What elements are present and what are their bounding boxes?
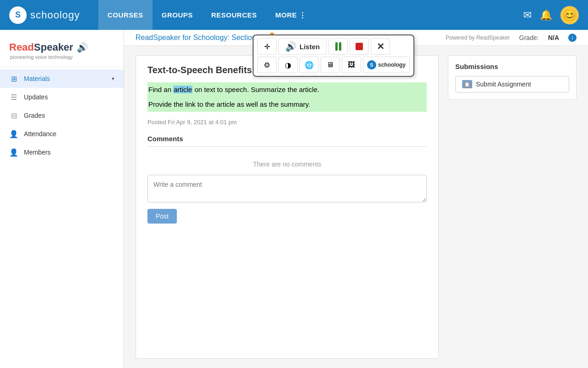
submit-assignment-button[interactable]: 📋 Submit Assignment <box>455 76 569 92</box>
contrast-icon[interactable]: ◑ <box>278 57 298 73</box>
notifications-icon[interactable]: 🔔 <box>540 9 552 21</box>
assignment-sidebar: Submissions 📋 Submit Assignment <box>448 55 577 359</box>
grade-info-icon[interactable]: i <box>568 34 577 42</box>
grade-label: Grade: <box>519 34 539 41</box>
materials-icon: ⊞ <box>9 74 18 83</box>
no-comments-text: There are no comments <box>147 154 427 175</box>
main-content: ReadSpeaker for Schoology: Section 1 › G… <box>124 30 588 368</box>
content-wrapper: ReadSpeaker 🔊 pioneering voice technolog… <box>0 30 588 368</box>
sidebar-nav: ⊞ Materials ▾ ☰ Updates ⊟ Grades 👤 Atten… <box>0 69 124 161</box>
assignment-body: Find an article on text to speech. Summa… <box>147 82 427 112</box>
comments-section: Comments There are no comments Post <box>147 135 427 224</box>
sidebar-item-members[interactable]: 👤 Members <box>0 143 124 161</box>
sidebar: ReadSpeaker 🔊 pioneering voice technolog… <box>0 30 124 368</box>
settings-icon[interactable]: ⚙ <box>257 57 277 73</box>
readspeaker-toolbar: ✛ 🔊 Listen ✕ ⚙ ◑ 🌐 🖥 🖼 <box>253 34 414 77</box>
rs-tagline: pioneering voice technology <box>10 54 114 60</box>
stop-icon <box>356 43 363 50</box>
nav-item-courses[interactable]: COURSES <box>98 0 153 30</box>
breadcrumb-link[interactable]: ReadSpeaker for Schoology: Section 1 <box>136 34 262 42</box>
nav-icons: ✉ 🔔 😊 <box>523 6 579 24</box>
nav-item-resources[interactable]: RESOURCES <box>202 0 266 30</box>
image-icon[interactable]: 🖼 <box>342 57 361 73</box>
nav-item-more[interactable]: MORE ⋮ <box>266 0 315 30</box>
nav-links: COURSES GROUPS RESOURCES MORE ⋮ <box>98 0 523 30</box>
updates-icon: ☰ <box>9 92 18 102</box>
close-button[interactable]: ✕ <box>371 38 390 55</box>
top-navigation: S schoology COURSES GROUPS RESOURCES MOR… <box>0 0 588 30</box>
translate-icon[interactable]: 🌐 <box>300 57 319 73</box>
pause-icon <box>335 42 341 51</box>
logo-icon: S <box>9 6 27 24</box>
post-button[interactable]: Post <box>147 209 177 224</box>
grades-icon: ⊟ <box>9 111 18 120</box>
schoology-brand-icon[interactable]: S schoology <box>363 57 410 73</box>
stop-button[interactable] <box>350 38 369 55</box>
rs-audio-icon: 🔊 <box>77 42 88 53</box>
toolbar-row-2: ⚙ ◑ 🌐 🖥 🖼 S schoology <box>257 57 410 73</box>
toolbar-row-1: ✛ 🔊 Listen ✕ <box>257 38 410 55</box>
pause-button[interactable] <box>328 38 348 55</box>
posted-date: Posted Fri Apr 9, 2021 at 4:01 pm <box>147 119 427 126</box>
highlighted-word: article <box>173 86 192 93</box>
submit-assignment-icon: 📋 <box>462 80 472 88</box>
attendance-icon: 👤 <box>9 129 18 138</box>
nav-item-groups[interactable]: GROUPS <box>153 0 202 30</box>
logo-area[interactable]: S schoology <box>9 6 80 24</box>
avatar[interactable]: 😊 <box>560 6 579 24</box>
comments-heading: Comments <box>147 135 427 147</box>
sidebar-item-materials[interactable]: ⊞ Materials ▾ <box>0 69 124 88</box>
members-icon: 👤 <box>9 148 18 157</box>
powered-by-text: Powered by ReadSpeaker <box>446 34 510 41</box>
assignment-area: Text-to-Speech Benefits Find an article … <box>124 46 588 368</box>
assignment-main: Text-to-Speech Benefits Find an article … <box>136 55 439 359</box>
body-part1: Find an <box>148 86 173 93</box>
body-line2: Provide the link to the article as well … <box>148 100 310 108</box>
move-icon[interactable]: ✛ <box>257 38 277 55</box>
logo-text: schoology <box>30 9 80 21</box>
comment-input[interactable] <box>147 175 427 202</box>
screen-reader-icon[interactable]: 🖥 <box>321 57 340 73</box>
powered-grade-row: Powered by ReadSpeaker Grade: N/A i <box>446 34 577 42</box>
sidebar-item-grades[interactable]: ⊟ Grades <box>0 106 124 125</box>
grade-value: N/A <box>548 34 559 41</box>
submissions-panel: Submissions 📋 Submit Assignment <box>448 55 577 100</box>
submissions-title: Submissions <box>455 63 569 70</box>
dropdown-arrow: ▾ <box>112 75 114 82</box>
listen-button[interactable]: 🔊 Listen <box>278 38 327 55</box>
sidebar-item-updates[interactable]: ☰ Updates <box>0 88 124 106</box>
readspeaker-logo: ReadSpeaker 🔊 pioneering voice technolog… <box>0 34 124 67</box>
speaker-icon: 🔊 <box>285 41 297 52</box>
messages-icon[interactable]: ✉ <box>523 9 531 21</box>
rs-speaker-text: Speaker <box>34 41 74 53</box>
sidebar-item-attendance[interactable]: 👤 Attendance <box>0 125 124 143</box>
body-part2: on text to speech. Summarize the article… <box>192 86 319 93</box>
rs-read-text: Read <box>9 41 34 53</box>
